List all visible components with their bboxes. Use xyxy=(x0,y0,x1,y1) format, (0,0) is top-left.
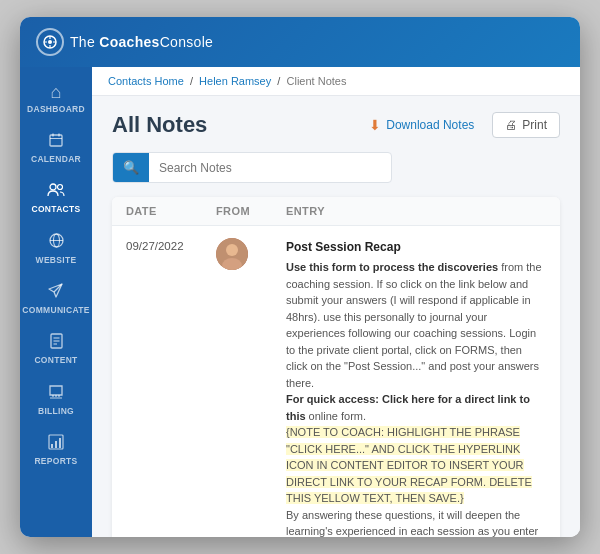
sidebar-item-billing[interactable]: Billing xyxy=(20,375,92,424)
sidebar-item-content[interactable]: Content xyxy=(20,325,92,373)
svg-rect-23 xyxy=(59,438,61,448)
breadcrumb-client-notes: Client Notes xyxy=(287,75,347,87)
sidebar-item-label: Calendar xyxy=(31,154,81,164)
col-entry: Entry xyxy=(286,205,546,217)
sidebar-item-communicate[interactable]: Communicate xyxy=(20,275,92,323)
row-entry-1: Post Session Recap Use this form to proc… xyxy=(286,238,546,537)
sidebar-item-label: Billing xyxy=(38,406,74,416)
search-container: 🔍 xyxy=(112,152,392,183)
print-label: Print xyxy=(522,118,547,132)
breadcrumb-helen-ramsey[interactable]: Helen Ramsey xyxy=(199,75,271,87)
svg-rect-22 xyxy=(55,441,57,448)
print-icon: 🖨 xyxy=(505,118,517,132)
sidebar-item-label: Communicate xyxy=(22,305,89,315)
download-icon: ⬇ xyxy=(369,117,381,133)
header-actions: ⬇ Download Notes 🖨 Print xyxy=(359,112,560,138)
sidebar-item-reports[interactable]: Reports xyxy=(20,426,92,474)
logo-text: The CoachesConsole xyxy=(70,34,213,50)
sidebar-item-dashboard[interactable]: ⌂ Dashboard xyxy=(20,75,92,122)
calendar-icon xyxy=(48,132,64,151)
breadcrumb: Contacts Home / Helen Ramsey / Client No… xyxy=(92,67,580,96)
entry-title-1: Post Session Recap xyxy=(286,238,546,256)
sidebar-item-label: Website xyxy=(36,255,77,265)
content-icon xyxy=(49,333,64,352)
svg-rect-21 xyxy=(51,444,53,448)
sidebar-item-label: Reports xyxy=(34,456,77,466)
communicate-icon xyxy=(48,283,64,302)
main-layout: ⌂ Dashboard Calendar xyxy=(20,67,580,537)
table-header: Date From Entry xyxy=(112,197,560,226)
page-header: All Notes ⬇ Download Notes 🖨 Print xyxy=(112,112,560,138)
sidebar: ⌂ Dashboard Calendar xyxy=(20,67,92,537)
sidebar-item-label: Contacts xyxy=(32,204,81,214)
top-bar: The CoachesConsole xyxy=(20,17,580,67)
download-notes-button[interactable]: ⬇ Download Notes xyxy=(359,112,484,138)
svg-point-10 xyxy=(50,184,56,190)
contacts-icon xyxy=(47,182,65,201)
search-button[interactable]: 🔍 xyxy=(113,153,149,182)
svg-point-25 xyxy=(226,244,238,256)
entry-text-1: Use this form to process the discoveries… xyxy=(286,259,546,537)
download-label: Download Notes xyxy=(386,118,474,132)
website-icon xyxy=(48,232,65,252)
logo: The CoachesConsole xyxy=(36,28,213,56)
breadcrumb-contacts-home[interactable]: Contacts Home xyxy=(108,75,184,87)
sidebar-item-label: Content xyxy=(34,355,77,365)
dashboard-icon: ⌂ xyxy=(51,83,62,101)
reports-icon xyxy=(48,434,64,453)
avatar-1 xyxy=(216,238,248,270)
app-window: The CoachesConsole ⌂ Dashboard xyxy=(20,17,580,537)
content-area: Contacts Home / Helen Ramsey / Client No… xyxy=(92,67,580,537)
sidebar-item-label: Dashboard xyxy=(27,104,85,114)
svg-point-1 xyxy=(48,40,52,44)
page-content: All Notes ⬇ Download Notes 🖨 Print xyxy=(92,96,580,537)
svg-rect-6 xyxy=(50,135,62,146)
search-input[interactable] xyxy=(149,154,391,182)
col-date: Date xyxy=(126,205,216,217)
print-button[interactable]: 🖨 Print xyxy=(492,112,560,138)
page-title: All Notes xyxy=(112,112,207,138)
billing-icon xyxy=(48,383,64,403)
sidebar-item-contacts[interactable]: Contacts xyxy=(20,174,92,222)
table-row: 09/27/2022 Post Session Recap Use t xyxy=(112,226,560,537)
sidebar-item-website[interactable]: Website xyxy=(20,224,92,273)
sidebar-item-calendar[interactable]: Calendar xyxy=(20,124,92,172)
row-date-1: 09/27/2022 xyxy=(126,238,216,252)
svg-point-11 xyxy=(58,185,63,190)
search-icon: 🔍 xyxy=(123,160,139,175)
col-from: From xyxy=(216,205,286,217)
logo-icon xyxy=(36,28,64,56)
notes-table: Date From Entry 09/27/2022 xyxy=(112,197,560,537)
